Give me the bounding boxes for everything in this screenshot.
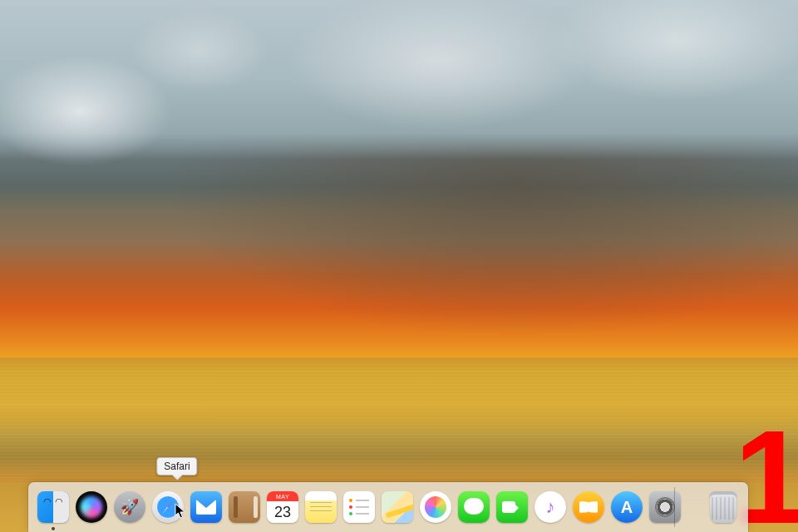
dock-item-safari[interactable] xyxy=(151,490,185,524)
dock-item-launchpad[interactable] xyxy=(113,490,146,524)
dock-container: MAY 23 xyxy=(0,474,798,532)
calendar-icon-day: 23 xyxy=(267,501,298,523)
dock-item-notes[interactable] xyxy=(304,490,337,524)
dock-item-siri[interactable] xyxy=(75,490,108,524)
dock-item-trash[interactable] xyxy=(707,490,740,524)
dock-item-calendar[interactable]: MAY 23 xyxy=(266,490,299,524)
photos-icon xyxy=(420,491,451,523)
itunes-icon xyxy=(534,491,566,523)
calendar-icon-month: MAY xyxy=(267,491,298,501)
appstore-icon xyxy=(611,491,643,523)
wallpaper-lake-reflection xyxy=(0,357,798,482)
notes-icon xyxy=(305,491,337,523)
dock-item-appstore[interactable] xyxy=(610,490,643,524)
dock-item-facetime[interactable] xyxy=(495,490,529,524)
safari-icon xyxy=(152,491,184,523)
launchpad-icon xyxy=(114,491,145,523)
reminders-icon xyxy=(343,491,375,523)
contacts-icon xyxy=(229,491,260,523)
dock-item-finder[interactable] xyxy=(37,490,70,524)
siri-icon xyxy=(76,491,107,523)
dock-item-itunes[interactable] xyxy=(534,490,567,524)
dock-item-maps[interactable] xyxy=(381,490,414,524)
running-indicator xyxy=(52,527,55,530)
dock-item-system-preferences[interactable] xyxy=(648,490,682,524)
wallpaper-mountains xyxy=(0,0,798,202)
dock-tooltip-label: Safari xyxy=(164,461,190,472)
ibooks-icon xyxy=(573,491,604,523)
mail-icon xyxy=(190,491,222,523)
dock: MAY 23 xyxy=(28,482,748,532)
facetime-icon xyxy=(496,491,528,523)
compass-icon xyxy=(155,495,180,520)
dock-item-photos[interactable] xyxy=(419,490,452,524)
gear-icon xyxy=(649,491,681,523)
dock-item-reminders[interactable] xyxy=(342,490,376,524)
dock-item-messages[interactable] xyxy=(457,490,490,524)
maps-icon xyxy=(382,491,413,523)
trash-icon xyxy=(710,491,736,523)
finder-icon xyxy=(37,491,69,523)
calendar-icon: MAY 23 xyxy=(267,491,298,523)
desktop-wallpaper: 1 Safari xyxy=(0,0,798,532)
dock-item-ibooks[interactable] xyxy=(572,490,605,524)
dock-item-mail[interactable] xyxy=(190,490,223,524)
dock-tooltip: Safari xyxy=(156,457,197,475)
messages-icon xyxy=(458,491,490,523)
dock-item-contacts[interactable] xyxy=(228,490,261,524)
